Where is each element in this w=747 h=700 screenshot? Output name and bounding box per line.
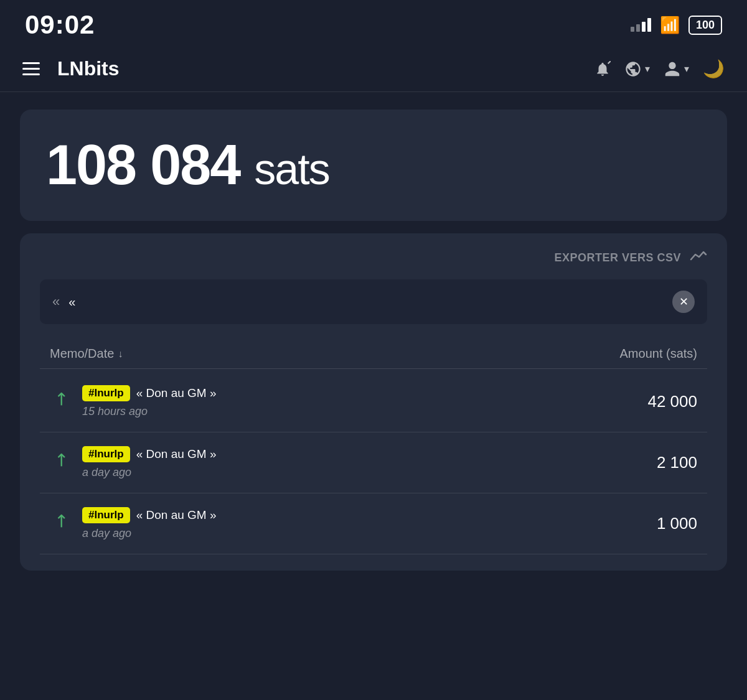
user-dropdown[interactable]: ▾ bbox=[664, 60, 689, 78]
tx-amount: 2 100 bbox=[622, 453, 697, 472]
main-content: 108 084 sats EXPORTER VERS CSV « ✕ Memo/… bbox=[0, 92, 747, 588]
bell-icon[interactable] bbox=[594, 61, 611, 77]
balance-display: 108 084 sats bbox=[46, 134, 701, 196]
search-container: « ✕ bbox=[40, 279, 707, 324]
dark-mode-icon[interactable]: 🌙 bbox=[703, 58, 725, 79]
tx-details: #lnurlp « Don au GM » a day ago bbox=[82, 446, 610, 479]
hamburger-button[interactable] bbox=[22, 62, 40, 75]
status-time: 09:02 bbox=[25, 10, 95, 40]
globe-dropdown[interactable]: ▾ bbox=[624, 60, 650, 78]
tx-amount: 42 000 bbox=[622, 392, 697, 411]
balance-card: 108 084 sats bbox=[20, 110, 727, 221]
export-csv-button[interactable]: EXPORTER VERS CSV bbox=[554, 251, 681, 264]
tx-tag: #lnurlp bbox=[82, 385, 130, 401]
table-row: ↙ #lnurlp « Don au GM » 15 hours ago 42 … bbox=[40, 371, 707, 432]
tx-date: a day ago bbox=[82, 527, 610, 540]
user-arrow-icon: ▾ bbox=[684, 63, 689, 75]
tx-amount: 1 000 bbox=[622, 514, 697, 533]
app-title: LNbits bbox=[57, 57, 120, 80]
tx-memo-line: #lnurlp « Don au GM » bbox=[82, 385, 610, 401]
search-clear-button[interactable]: ✕ bbox=[672, 291, 695, 313]
globe-arrow-icon: ▾ bbox=[645, 63, 650, 75]
tx-details: #lnurlp « Don au GM » 15 hours ago bbox=[82, 385, 610, 418]
tx-tag: #lnurlp bbox=[82, 507, 130, 523]
tx-memo-text: « Don au GM » bbox=[136, 508, 217, 522]
transactions-card: EXPORTER VERS CSV « ✕ Memo/Date ↓ Amount… bbox=[20, 233, 727, 571]
table-header: Memo/Date ↓ Amount (sats) bbox=[40, 339, 707, 369]
tx-memo-line: #lnurlp « Don au GM » bbox=[82, 446, 610, 462]
balance-number: 108 084 bbox=[46, 134, 240, 196]
chart-icon[interactable] bbox=[690, 250, 707, 266]
search-input[interactable] bbox=[68, 295, 664, 309]
column-amount: Amount (sats) bbox=[620, 347, 697, 361]
tx-memo-text: « Don au GM » bbox=[136, 386, 217, 400]
battery-badge: 100 bbox=[688, 16, 722, 35]
globe-icon bbox=[624, 60, 642, 78]
tx-date: 15 hours ago bbox=[82, 405, 610, 418]
column-memo-date[interactable]: Memo/Date ↓ bbox=[50, 347, 123, 361]
sort-icon: ↓ bbox=[118, 348, 123, 360]
top-nav: LNbits ▾ ▾ 🌙 bbox=[0, 46, 747, 92]
received-icon: ↙ bbox=[45, 388, 74, 416]
nav-right: ▾ ▾ 🌙 bbox=[594, 58, 725, 79]
tx-details: #lnurlp « Don au GM » a day ago bbox=[82, 507, 610, 540]
tx-tag: #lnurlp bbox=[82, 446, 130, 462]
user-icon bbox=[664, 60, 681, 78]
tx-memo-line: #lnurlp « Don au GM » bbox=[82, 507, 610, 523]
wifi-icon: 📶 bbox=[660, 16, 680, 35]
received-icon: ↙ bbox=[45, 510, 74, 538]
table-row: ↙ #lnurlp « Don au GM » a day ago 1 000 bbox=[40, 493, 707, 554]
received-icon: ↙ bbox=[45, 449, 74, 477]
search-chevron-icon: « bbox=[52, 294, 60, 310]
status-icons: 📶 100 bbox=[631, 16, 722, 35]
nav-left: LNbits bbox=[22, 57, 120, 80]
card-header: EXPORTER VERS CSV bbox=[40, 250, 707, 266]
tx-memo-text: « Don au GM » bbox=[136, 447, 217, 461]
tx-date: a day ago bbox=[82, 466, 610, 479]
status-bar: 09:02 📶 100 bbox=[0, 0, 747, 46]
svg-line-0 bbox=[608, 61, 611, 63]
balance-unit: sats bbox=[254, 145, 329, 194]
table-row: ↙ #lnurlp « Don au GM » a day ago 2 100 bbox=[40, 432, 707, 493]
signal-icon bbox=[631, 18, 651, 32]
